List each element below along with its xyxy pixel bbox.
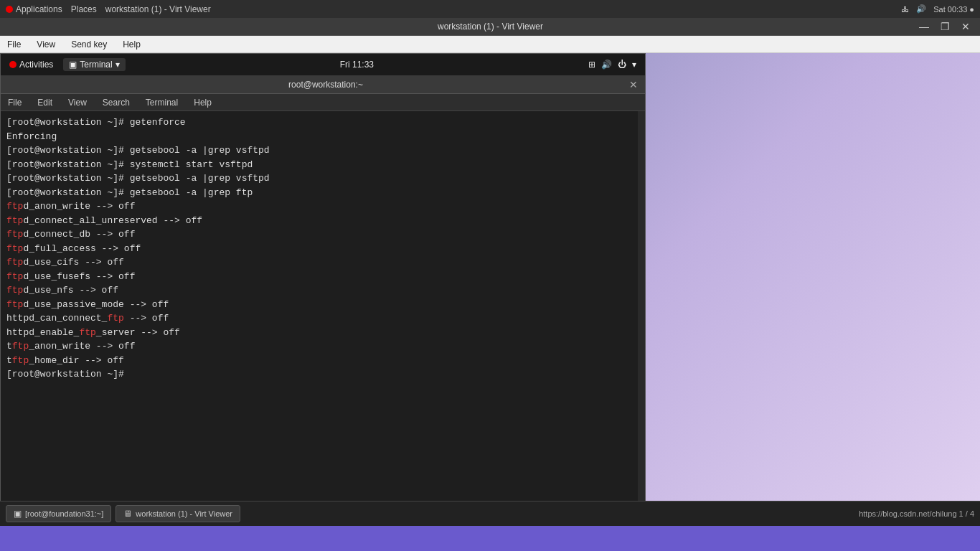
table-row: ftpd_use_passive_mode --> off	[6, 298, 639, 312]
system-bar: Applications Places workstation (1) - Vi…	[0, 0, 980, 18]
virt-window-controls: — ❐ ✕	[916, 21, 973, 32]
red-dot-icon	[6, 6, 13, 13]
terminal-scrollbar[interactable]	[638, 111, 645, 504]
terminal-menu-edit[interactable]: Edit	[34, 96, 55, 109]
terminal-content[interactable]: [root@workstation ~]# getenforceEnforcin…	[1, 111, 645, 504]
taskbar-terminal-icon: ▣	[14, 509, 22, 519]
terminal-menu-view[interactable]: View	[65, 96, 90, 109]
gnome-clock: Fri 11:33	[340, 60, 374, 70]
terminal-menu-search[interactable]: Search	[100, 96, 133, 109]
table-row: [root@workstation ~]# getenforce	[6, 116, 639, 130]
terminal-close-button[interactable]: ✕	[629, 79, 638, 90]
terminal-title: root@workstation:~	[22, 80, 629, 90]
table-row: tftp_anon_write --> off	[6, 339, 639, 354]
table-row: httpd_enable_ftp_server --> off	[6, 326, 639, 340]
activities-button[interactable]: Activities	[9, 60, 53, 70]
virt-menu-view[interactable]: View	[34, 38, 58, 51]
taskbar-terminal-item[interactable]: ▣ [root@foundation31:~]	[6, 505, 111, 522]
taskbar-virtviewer-item[interactable]: 🖥 workstation (1) - Virt Viewer	[116, 505, 240, 522]
terminal-launch-button[interactable]: ▣ Terminal ▾	[63, 58, 125, 71]
system-bar-right: 🖧 🔊 Sat 00:33 ●	[901, 4, 974, 14]
system-time: Sat 00:33 ●	[933, 5, 974, 14]
virt-menu-sendkey[interactable]: Send key	[68, 38, 110, 51]
gnome-arrow-icon: ▾	[632, 60, 636, 70]
table-row: tftp_home_dir --> off	[6, 354, 639, 368]
table-row: ftpd_anon_write --> off	[6, 199, 639, 214]
volume-icon: 🔊	[916, 4, 926, 14]
minimize-button[interactable]: —	[916, 21, 932, 32]
terminal-menu: File Edit View Search Terminal Help	[1, 94, 645, 111]
network-icon: 🖧	[901, 5, 909, 14]
activities-dot-icon	[9, 61, 17, 68]
terminal-dropdown-icon: ▾	[116, 60, 120, 70]
terminal-icon: ▣	[69, 60, 77, 70]
red-hat-logo[interactable]: Applications	[6, 4, 62, 14]
terminal-output: [root@workstation ~]# getenforceEnforcin…	[6, 116, 639, 382]
taskbar-terminal-label: [root@foundation31:~]	[25, 509, 103, 518]
gnome-network-icon: ⊞	[588, 60, 595, 70]
gnome-volume-icon: 🔊	[601, 60, 612, 70]
table-row: [root@workstation ~]#	[6, 367, 639, 382]
gnome-bar-right: ⊞ 🔊 ⏻ ▾	[588, 60, 636, 70]
table-row: ftpd_use_fusefs --> off	[6, 270, 639, 284]
terminal-menu-file[interactable]: File	[5, 96, 24, 109]
table-row: ftpd_connect_all_unreserved --> off	[6, 214, 639, 228]
gnome-power-icon: ⏻	[618, 60, 626, 70]
table-row: [root@workstation ~]# getsebool -a |grep…	[6, 171, 639, 186]
terminal-menu-terminal[interactable]: Terminal	[143, 96, 181, 109]
table-row: ftpd_use_cifs --> off	[6, 255, 639, 270]
taskbar-left: ▣ [root@foundation31:~] 🖥 workstation (1…	[6, 505, 240, 522]
virt-menu-file[interactable]: File	[4, 38, 24, 51]
table-row: ftpd_use_nfs --> off	[6, 283, 639, 298]
table-row: Enforcing	[6, 130, 639, 144]
window-title-bar: workstation (1) - Virt Viewer	[105, 4, 211, 14]
virt-viewer-chrome: workstation (1) - Virt Viewer — ❐ ✕	[0, 18, 980, 36]
terminal-label: Terminal	[80, 60, 112, 70]
taskbar: ▣ [root@foundation31:~] 🖥 workstation (1…	[0, 501, 980, 526]
close-button[interactable]: ✕	[958, 21, 973, 32]
places-menu[interactable]: Places	[71, 4, 97, 14]
taskbar-monitor-icon: 🖥	[123, 509, 132, 519]
taskbar-right-info: https://blog.csdn.net/chilung 1 / 4	[859, 509, 974, 518]
table-row: ftpd_connect_db --> off	[6, 227, 639, 242]
table-row: [root@workstation ~]# systemctl start vs…	[6, 158, 639, 172]
taskbar-virtviewer-label: workstation (1) - Virt Viewer	[136, 509, 232, 518]
table-row: [root@workstation ~]# getsebool -a |grep…	[6, 143, 639, 158]
table-row: ftpd_full_access --> off	[6, 242, 639, 256]
virt-menu-help[interactable]: Help	[120, 38, 143, 51]
virt-viewer-menu: File View Send key Help	[0, 36, 980, 53]
system-bar-left: Applications Places workstation (1) - Vi…	[6, 4, 211, 14]
restore-button[interactable]: ❐	[938, 21, 953, 32]
terminal-menu-help[interactable]: Help	[191, 96, 215, 109]
table-row: [root@workstation ~]# getsebool -a |grep…	[6, 186, 639, 200]
vm-window: Activities ▣ Terminal ▾ Fri 11:33 ⊞ 🔊 ⏻ …	[0, 53, 646, 505]
gnome-top-bar: Activities ▣ Terminal ▾ Fri 11:33 ⊞ 🔊 ⏻ …	[1, 54, 645, 75]
desktop: 西部开源 Activities ▣ Terminal ▾ Fri 11:33 ⊞…	[0, 53, 980, 526]
gnome-bar-left: Activities ▣ Terminal ▾	[9, 58, 126, 71]
activities-label: Activities	[19, 60, 53, 70]
virt-viewer-title: workstation (1) - Virt Viewer	[65, 22, 916, 32]
terminal-titlebar: root@workstation:~ ✕	[1, 75, 645, 94]
applications-menu[interactable]: Applications	[16, 4, 62, 14]
table-row: httpd_can_connect_ftp --> off	[6, 311, 639, 326]
